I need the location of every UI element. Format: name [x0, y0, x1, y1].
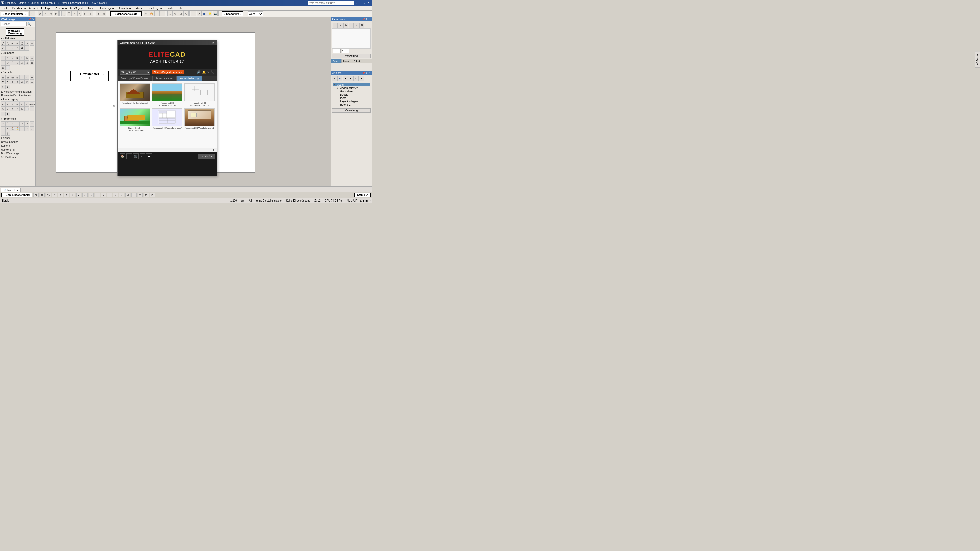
tool-crosshair[interactable]: ⊕: [10, 41, 15, 46]
menu-information[interactable]: Information: [115, 6, 132, 10]
tools-pin-icon[interactable]: 📌: [28, 17, 32, 21]
tb-linetype[interactable]: ╌: [160, 11, 165, 16]
tb-undo[interactable]: ↩: [24, 11, 30, 16]
tool-diagonal-line[interactable]: ╱: [0, 41, 5, 46]
maximize-button[interactable]: □: [363, 1, 366, 5]
tool-ff5[interactable]: ⌕: [20, 121, 24, 126]
category-hilfslinien[interactable]: Hilfslinien: [0, 37, 35, 41]
status-icon-1[interactable]: ⊞: [360, 199, 362, 202]
tab-arbeit[interactable]: Arbeit...: [352, 59, 363, 63]
cad-btn-16[interactable]: ◁: [125, 193, 130, 197]
tool-aus14[interactable]: ⬝: [30, 107, 34, 111]
tool-ff13[interactable]: ⌝: [25, 126, 29, 131]
tool-line[interactable]: —: [0, 56, 5, 60]
label-3d-platt[interactable]: 3D Plattformen: [0, 156, 35, 159]
course-item-6[interactable]: Kurseinheit 06 Visualisierung.pdf: [184, 108, 215, 131]
tool-frame-aus[interactable]: □: [25, 102, 29, 106]
course-item-5[interactable]: Kurseinheit 05 Werkplanung.pdf: [152, 108, 183, 131]
tool-ff10[interactable]: ⌚: [10, 126, 15, 131]
welcome-close-btn[interactable]: ✕: [212, 41, 215, 44]
cad-btn-17[interactable]: △: [131, 193, 137, 197]
tool-bauteil9[interactable]: ⊐: [5, 80, 10, 84]
tool-aus10[interactable]: ⊗: [10, 107, 15, 111]
tb-zoom-all[interactable]: ⊡: [54, 11, 59, 16]
tool-arrow-diag[interactable]: ↗: [0, 46, 5, 51]
tool-text-aus[interactable]: A: [0, 102, 5, 106]
category-freiformen[interactable]: Freiformen: [0, 117, 35, 121]
cad-btn-19[interactable]: ⊞: [144, 193, 149, 197]
gesc-remove-floor[interactable]: −: [338, 23, 343, 28]
tb-color[interactable]: 🎨: [149, 11, 154, 16]
gesc-floor-up[interactable]: ↑: [348, 23, 354, 28]
tool-ff16[interactable]: ⌠: [5, 131, 10, 136]
menu-ar-objekte[interactable]: AR-Objekte: [68, 6, 86, 10]
tool-triangle2[interactable]: △: [30, 56, 34, 60]
tb-camera[interactable]: 📷: [213, 11, 218, 16]
tb-linewidth[interactable]: ─: [154, 11, 159, 16]
tool-aus13[interactable]: ⬜: [25, 107, 29, 111]
tab-recent-files[interactable]: Zuletzt geöffnete Dateien: [118, 76, 153, 81]
minimize-button[interactable]: –: [359, 1, 363, 5]
tb-open[interactable]: 📂: [6, 11, 11, 16]
tool-bauteil13[interactable]: □: [25, 80, 29, 84]
tool-ff6[interactable]: ⌖: [25, 121, 29, 126]
title-search[interactable]: [308, 1, 354, 5]
geschoss-pin-icon[interactable]: 📌: [362, 18, 365, 21]
label-kamera[interactable]: Kamera: [0, 144, 35, 148]
geschoss-number-input[interactable]: [333, 49, 341, 53]
help-icon[interactable]: ?: [356, 1, 357, 4]
social-home-icon[interactable]: 🏠: [120, 153, 125, 159]
tb-grid[interactable]: ⊞: [101, 11, 106, 16]
gesc-floor-down[interactable]: ↓: [354, 23, 359, 28]
course-item-2[interactable]: Kurseinheit 02 Ba...ktionalitäten.pdf: [152, 83, 183, 106]
tool-bauteil16[interactable]: ▲: [5, 85, 10, 89]
menu-aendern[interactable]: Ändern: [86, 6, 98, 10]
tree-item-modell[interactable]: ▾ Modell: [333, 83, 369, 86]
status-icon-4[interactable]: ⬚: [368, 199, 371, 202]
welcome-new-project-button[interactable]: Neues Projekt erstellen: [152, 70, 184, 75]
tool-ff4[interactable]: ⌔: [15, 121, 20, 126]
view-front[interactable]: ▣: [343, 76, 348, 81]
geschoss-close-icon[interactable]: ✕: [369, 18, 371, 21]
tab-courses-close[interactable]: ⊞: [197, 78, 199, 80]
view-top[interactable]: ⊞: [332, 76, 337, 81]
tool-aus8[interactable]: ⊕: [0, 107, 5, 111]
label-bim[interactable]: BIM Werkzeuge: [0, 151, 35, 156]
tree-item-referenz[interactable]: Referenz: [339, 103, 369, 106]
tb-redo[interactable]: ↪: [30, 11, 35, 16]
tool-bauteil4[interactable]: ▩: [15, 75, 20, 79]
social-youtube-icon[interactable]: ▶: [146, 153, 152, 159]
tool-bezier[interactable]: ⌓: [20, 60, 24, 65]
cad-btn-15[interactable]: ▷: [119, 193, 124, 197]
status-icon-2[interactable]: ◧: [363, 199, 365, 202]
tool-line-diag[interactable]: ╲: [5, 56, 10, 60]
tool-circle-cross[interactable]: ⊗: [15, 41, 20, 46]
category-elemente[interactable]: Elemente: [0, 51, 35, 55]
view-3d-btn[interactable]: 3D: [337, 76, 342, 81]
tb-dim2[interactable]: ▽: [173, 11, 178, 16]
tb-leader[interactable]: ↗: [197, 11, 202, 16]
tree-item-grundrisse[interactable]: Grundrisse: [339, 90, 369, 93]
tool-bauteil8[interactable]: ⊏: [0, 80, 5, 84]
tool-bauteil5[interactable]: |: [20, 75, 24, 79]
tree-item-modellansichten[interactable]: ▾ Modellansichten: [336, 86, 369, 90]
tool-rect2[interactable]: ⬚: [20, 56, 24, 60]
tool-ff12[interactable]: ⌜: [20, 126, 24, 131]
tool-free[interactable]: ⬜: [5, 65, 10, 70]
tree-item-layoutvorlagen[interactable]: Layoutvorlagen: [339, 100, 369, 103]
ansicht-close-icon[interactable]: ✕: [369, 72, 371, 74]
ansicht-verwaltung-button[interactable]: Verwaltung: [332, 108, 371, 113]
tb-light[interactable]: 💡: [207, 11, 212, 16]
tool-ff2[interactable]: ⌒: [5, 121, 10, 126]
cad-btn-10[interactable]: →: [89, 193, 94, 197]
tb-snap[interactable]: ✦: [96, 11, 101, 16]
tb-dim1[interactable]: △: [167, 11, 172, 16]
geschoss-verwaltung-button[interactable]: Verwaltung: [332, 54, 371, 58]
tool-ff1[interactable]: ∿: [0, 121, 5, 126]
menu-extras[interactable]: Extras: [132, 6, 143, 10]
welcome-phone-icon[interactable]: 📞: [211, 70, 215, 74]
category-ausfertigung[interactable]: Ausfertigung: [0, 97, 35, 102]
tab-modell-close[interactable]: ✕: [16, 189, 18, 192]
label-erweiterte-dach[interactable]: Erweiterte Dachfunktionen: [0, 94, 35, 97]
tools-search-input[interactable]: [1, 22, 27, 26]
